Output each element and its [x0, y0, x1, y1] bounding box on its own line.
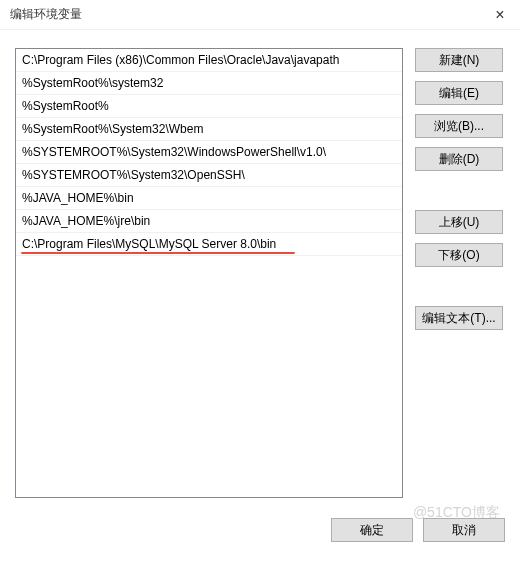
new-button[interactable]: 新建(N)	[415, 48, 503, 72]
cancel-button[interactable]: 取消	[423, 518, 505, 542]
path-text: %JAVA_HOME%\bin	[22, 191, 134, 205]
path-text: %SystemRoot%\system32	[22, 76, 163, 90]
path-list[interactable]: C:\Program Files (x86)\Common Files\Orac…	[15, 48, 403, 498]
ok-button[interactable]: 确定	[331, 518, 413, 542]
edit-text-button[interactable]: 编辑文本(T)...	[415, 306, 503, 330]
list-item[interactable]: %SYSTEMROOT%\System32\WindowsPowerShell\…	[16, 141, 402, 164]
path-text: %SystemRoot%\System32\Wbem	[22, 122, 203, 136]
list-item[interactable]: %JAVA_HOME%\bin	[16, 187, 402, 210]
list-item[interactable]: %SystemRoot%	[16, 95, 402, 118]
path-text: C:\Program Files\MySQL\MySQL Server 8.0\…	[22, 237, 276, 251]
path-text: %SystemRoot%	[22, 99, 109, 113]
delete-button[interactable]: 删除(D)	[415, 147, 503, 171]
edit-button[interactable]: 编辑(E)	[415, 81, 503, 105]
path-text: C:\Program Files (x86)\Common Files\Orac…	[22, 53, 339, 67]
button-column: 新建(N) 编辑(E) 浏览(B)... 删除(D) 上移(U) 下移(O) 编…	[415, 48, 503, 500]
move-down-button[interactable]: 下移(O)	[415, 243, 503, 267]
path-text: %SYSTEMROOT%\System32\WindowsPowerShell\…	[22, 145, 326, 159]
list-item[interactable]: %SystemRoot%\system32	[16, 72, 402, 95]
title-bar: 编辑环境变量 ×	[0, 0, 520, 30]
browse-button[interactable]: 浏览(B)...	[415, 114, 503, 138]
move-up-button[interactable]: 上移(U)	[415, 210, 503, 234]
list-item[interactable]: C:\Program Files\MySQL\MySQL Server 8.0\…	[16, 233, 402, 256]
list-item[interactable]: %SystemRoot%\System32\Wbem	[16, 118, 402, 141]
window-title: 编辑环境变量	[10, 6, 82, 23]
highlight-underline	[21, 252, 295, 254]
path-text: %JAVA_HOME%\jre\bin	[22, 214, 150, 228]
list-item[interactable]: %JAVA_HOME%\jre\bin	[16, 210, 402, 233]
close-icon[interactable]: ×	[490, 6, 510, 24]
path-text: %SYSTEMROOT%\System32\OpenSSH\	[22, 168, 245, 182]
dialog-footer: 确定 取消	[0, 510, 520, 550]
content-area: C:\Program Files (x86)\Common Files\Orac…	[0, 30, 520, 510]
list-item[interactable]: C:\Program Files (x86)\Common Files\Orac…	[16, 49, 402, 72]
list-item[interactable]: %SYSTEMROOT%\System32\OpenSSH\	[16, 164, 402, 187]
